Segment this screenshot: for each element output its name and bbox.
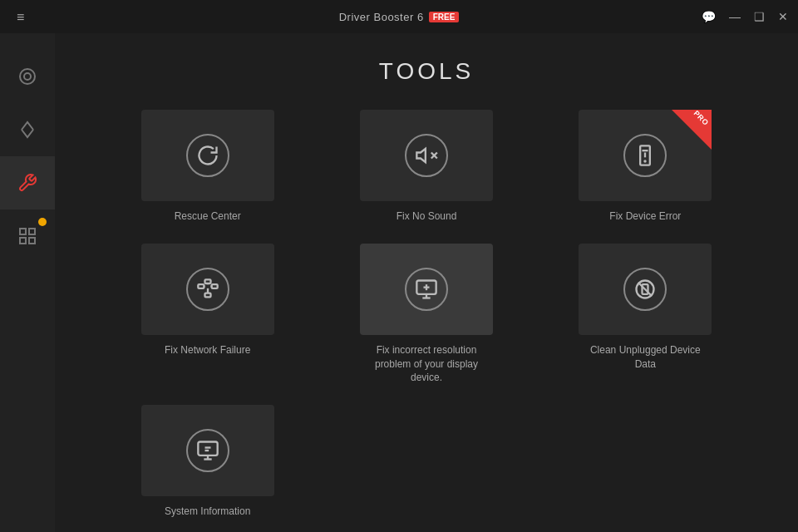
chat-icon[interactable]: 💬: [702, 10, 716, 23]
svg-rect-12: [198, 284, 204, 288]
fix-network-icon: [186, 268, 229, 311]
system-info-label: System Information: [165, 505, 250, 519]
svg-marker-6: [416, 149, 426, 162]
tool-fix-resolution[interactable]: Fix incorrect resolution problem of your…: [329, 244, 523, 385]
window-controls: 💬 — ❑ ✕: [702, 0, 788, 33]
svg-point-0: [20, 69, 35, 84]
tools-grid: Rescue Center Fix No Sound PRO: [111, 110, 742, 519]
title-bar: ≡ Driver Booster 6 FREE 💬 — ❑ ✕: [0, 0, 798, 33]
svg-rect-14: [204, 279, 210, 283]
minimize-button[interactable]: —: [729, 10, 741, 23]
home-icon: [17, 66, 37, 86]
fix-resolution-label: Fix incorrect resolution problem of your…: [360, 343, 493, 385]
system-info-card[interactable]: [141, 405, 274, 496]
rescue-center-label: Rescue Center: [175, 209, 241, 224]
maximize-button[interactable]: ❑: [754, 10, 765, 23]
app-badge: FREE: [429, 12, 460, 22]
main-content: TOOLS Rescue Center: [55, 33, 798, 532]
page-title: TOOLS: [88, 58, 765, 85]
fix-device-error-label: Fix Device Error: [609, 209, 681, 224]
fix-no-sound-card[interactable]: [360, 110, 493, 201]
sidebar-item-boost[interactable]: [0, 103, 55, 156]
fix-no-sound-icon: [405, 134, 448, 177]
tool-system-info[interactable]: System Information: [111, 405, 304, 519]
tool-fix-network[interactable]: Fix Network Failure: [111, 244, 304, 385]
fix-device-error-card[interactable]: PRO: [579, 110, 712, 201]
clean-unplugged-card[interactable]: [579, 244, 712, 335]
svg-point-1: [24, 73, 31, 80]
rescue-center-card[interactable]: [141, 110, 274, 201]
svg-rect-4: [20, 238, 26, 244]
fix-no-sound-label: Fix No Sound: [397, 209, 457, 224]
fix-network-label: Fix Network Failure: [165, 343, 250, 357]
fix-device-error-icon: [623, 134, 667, 177]
system-info-icon: [186, 429, 229, 472]
app-title: Driver Booster 6: [339, 11, 424, 23]
sidebar-item-tools[interactable]: [0, 156, 55, 209]
fix-network-card[interactable]: [141, 244, 274, 335]
tool-fix-no-sound[interactable]: Fix No Sound: [329, 110, 523, 224]
fix-resolution-card[interactable]: [360, 244, 493, 335]
clean-unplugged-icon: [623, 268, 667, 311]
clean-unplugged-label: Clean Unplugged Device Data: [579, 343, 712, 372]
svg-rect-2: [20, 229, 26, 234]
svg-rect-13: [211, 284, 217, 288]
tool-clean-unplugged[interactable]: Clean Unplugged Device Data: [549, 244, 742, 385]
fix-resolution-icon: [405, 268, 448, 311]
tool-rescue-center[interactable]: Rescue Center: [111, 110, 304, 224]
tool-fix-device-error[interactable]: PRO Fix Device Error: [549, 110, 742, 224]
apps-badge: [38, 218, 47, 226]
svg-rect-3: [29, 229, 35, 234]
apps-icon: [17, 226, 37, 246]
boost-icon: [17, 120, 37, 140]
svg-rect-5: [29, 238, 35, 244]
hamburger-menu[interactable]: ≡: [17, 10, 24, 25]
tools-icon: [17, 173, 37, 193]
svg-rect-15: [204, 293, 210, 297]
pro-badge: [672, 110, 712, 150]
close-button[interactable]: ✕: [778, 10, 788, 23]
sidebar: [0, 33, 55, 532]
sidebar-item-home[interactable]: [0, 50, 55, 103]
rescue-center-icon: [186, 134, 229, 177]
sidebar-item-apps[interactable]: [0, 209, 55, 263]
